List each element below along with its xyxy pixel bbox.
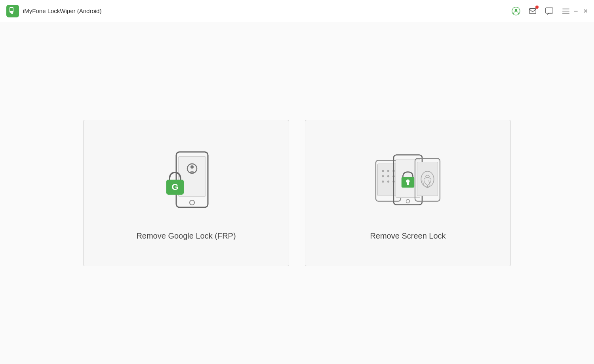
- chat-icon[interactable]: [544, 6, 554, 16]
- svg-point-26: [387, 180, 389, 182]
- svg-point-30: [406, 199, 410, 203]
- svg-point-23: [387, 175, 389, 177]
- screenlock-card[interactable]: Remove Screen Lock: [305, 120, 511, 266]
- svg-point-20: [387, 170, 389, 172]
- frp-card-label: Remove Google Lock (FRP): [136, 231, 236, 241]
- svg-rect-2: [10, 8, 13, 11]
- svg-text:G: G: [171, 182, 178, 192]
- svg-rect-35: [417, 162, 438, 196]
- svg-rect-6: [546, 8, 553, 13]
- svg-point-13: [190, 165, 194, 169]
- frp-card-icon: G: [150, 146, 222, 217]
- close-button[interactable]: ×: [583, 8, 588, 15]
- minimize-button[interactable]: −: [574, 8, 578, 15]
- titlebar: iMyFone LockWiper (Android): [0, 0, 594, 22]
- svg-point-22: [382, 175, 384, 177]
- app-logo: [6, 5, 19, 17]
- frp-card[interactable]: G Remove Google Lock (FRP): [83, 120, 289, 266]
- menu-icon[interactable]: [561, 6, 571, 16]
- profile-icon[interactable]: [511, 6, 521, 16]
- mail-icon[interactable]: [528, 6, 537, 16]
- titlebar-icons: [511, 6, 571, 16]
- screenlock-card-icon: [372, 146, 444, 217]
- window-controls: − ×: [574, 8, 588, 15]
- svg-point-25: [382, 180, 384, 182]
- mail-notification-badge: [535, 6, 539, 9]
- app-title: iMyFone LockWiper (Android): [23, 8, 511, 14]
- main-content: G Remove Google Lock (FRP): [0, 22, 594, 364]
- svg-point-14: [190, 200, 194, 205]
- svg-rect-5: [529, 8, 536, 13]
- screenlock-card-label: Remove Screen Lock: [370, 231, 446, 241]
- svg-point-19: [382, 170, 384, 172]
- svg-point-4: [515, 9, 517, 11]
- svg-rect-33: [407, 182, 409, 184]
